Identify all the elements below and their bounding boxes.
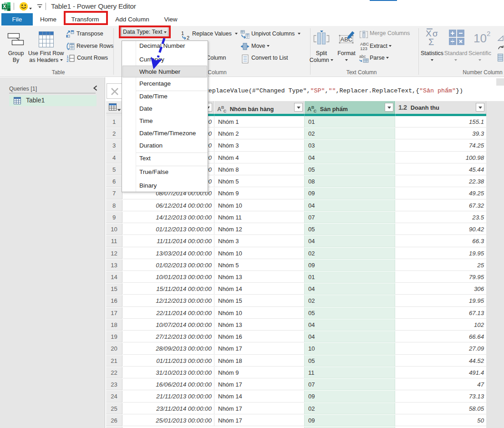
svg-text:Σ: Σ [428, 37, 434, 46]
svg-text:2: 2 [187, 35, 189, 41]
svg-text:X: X [3, 4, 6, 9]
svg-text:2: 2 [487, 30, 490, 37]
svg-text:123: 123 [360, 46, 367, 51]
svg-text:2: 2 [66, 58, 69, 62]
svg-text:10: 10 [473, 31, 487, 45]
svg-text:1: 1 [181, 31, 184, 36]
svg-text:abc: abc [359, 54, 366, 59]
